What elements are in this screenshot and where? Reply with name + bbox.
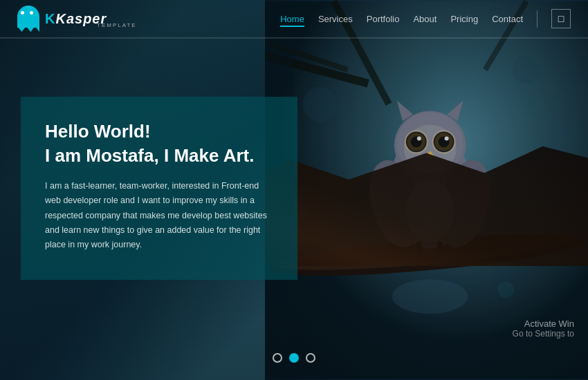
nav-link-contact[interactable]: Contact bbox=[492, 14, 523, 24]
nav-link-home[interactable]: Home bbox=[280, 14, 304, 27]
svg-point-37 bbox=[513, 56, 540, 84]
nav-item-pricing[interactable]: Pricing bbox=[450, 12, 478, 25]
hero-content-box: Hello World! I am Mostafa, I Make Art. I… bbox=[21, 97, 297, 280]
logo-eye-left bbox=[21, 11, 24, 15]
menu-icon: □ bbox=[558, 13, 564, 24]
hero-title-line2: I am Mostafa, I Make Art. bbox=[45, 145, 273, 167]
svg-point-36 bbox=[302, 87, 337, 122]
carousel-dot-2[interactable] bbox=[289, 353, 299, 363]
logo[interactable]: TEMPLATE KKasper bbox=[17, 6, 107, 32]
activate-windows-watermark: Activate Win Go to Settings to bbox=[513, 319, 574, 339]
nav-item-contact[interactable]: Contact bbox=[492, 12, 523, 25]
navbar: TEMPLATE KKasper Home Services Portfolio… bbox=[0, 0, 588, 38]
hero-title-line1: Hello World! bbox=[45, 121, 273, 142]
svg-point-24 bbox=[444, 136, 448, 140]
activate-windows-line2: Go to Settings to bbox=[513, 329, 574, 339]
svg-point-31 bbox=[392, 279, 468, 314]
nav-menu-button[interactable]: □ bbox=[551, 9, 571, 28]
nav-link-services[interactable]: Services bbox=[318, 14, 353, 24]
carousel-dot-3[interactable] bbox=[306, 353, 315, 363]
svg-point-40 bbox=[497, 281, 514, 298]
activate-windows-line1: Activate Win bbox=[513, 319, 574, 329]
nav-vertical-divider bbox=[537, 10, 538, 28]
carousel-dot-1[interactable] bbox=[273, 353, 282, 363]
logo-eye-right bbox=[30, 11, 33, 15]
nav-item-services[interactable]: Services bbox=[318, 12, 353, 25]
nav-item-home[interactable]: Home bbox=[280, 12, 304, 25]
nav-link-portfolio[interactable]: Portfolio bbox=[367, 14, 400, 24]
logo-template-text: TEMPLATE bbox=[97, 22, 137, 28]
nav-divider-line bbox=[0, 38, 588, 39]
nav-item-about[interactable]: About bbox=[413, 12, 437, 25]
nav-link-pricing[interactable]: Pricing bbox=[450, 14, 478, 24]
carousel-dots bbox=[273, 353, 315, 363]
svg-point-23 bbox=[416, 136, 421, 140]
nav-item-portfolio[interactable]: Portfolio bbox=[367, 12, 400, 25]
nav-links: Home Services Portfolio About Pricing Co… bbox=[280, 9, 571, 28]
nav-link-about[interactable]: About bbox=[413, 14, 437, 24]
logo-ghost-icon bbox=[17, 6, 39, 28]
hero-description: I am a fast-learner, team-worker, intere… bbox=[45, 179, 273, 252]
